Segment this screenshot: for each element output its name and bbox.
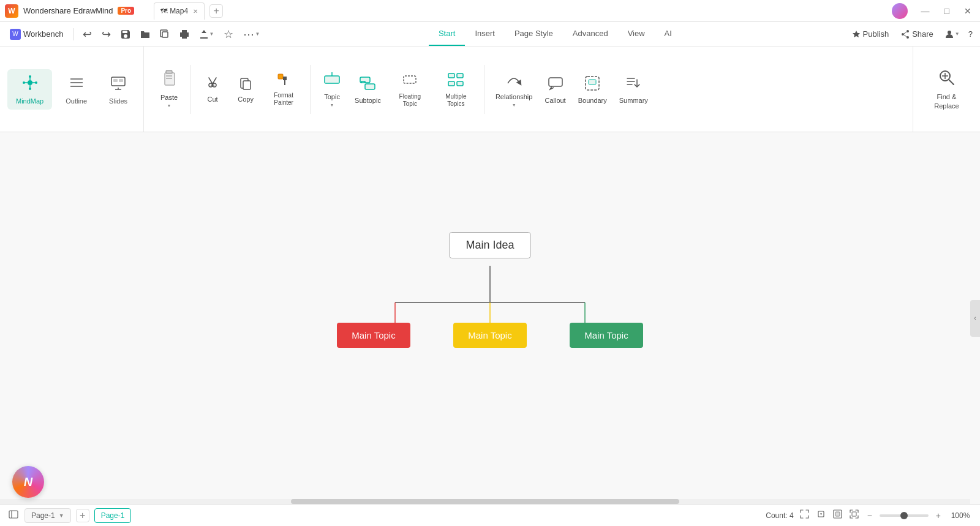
zoom-slider-thumb[interactable]	[900, 512, 908, 519]
cut-button[interactable]: Cut	[197, 72, 228, 107]
zoom-slider[interactable]	[880, 514, 929, 517]
fullscreen-button[interactable]	[848, 509, 860, 521]
tab-view[interactable]: View	[618, 23, 655, 46]
add-page-button[interactable]: +	[76, 509, 89, 522]
main-idea-label: Main Idea	[466, 239, 514, 251]
open-button[interactable]	[137, 27, 154, 42]
svg-point-13	[29, 88, 31, 90]
subtopic-button[interactable]: Subtopic	[350, 71, 386, 108]
status-right: Count: 4 − +	[766, 509, 973, 521]
ribbon-sep3	[484, 65, 484, 114]
floating-topic-button[interactable]: Floating Topic	[388, 67, 432, 111]
boundary-icon	[584, 75, 601, 94]
zoom-minus-button[interactable]: −	[865, 511, 875, 520]
publish-label: Publish	[863, 29, 889, 39]
tab-close-icon[interactable]: ✕	[193, 8, 198, 15]
tab-advanced[interactable]: Advanced	[563, 23, 618, 46]
topic-node-3[interactable]: Main Topic	[570, 323, 643, 348]
multiple-topics-button[interactable]: Multiple Topics	[434, 67, 478, 111]
new-tab-button[interactable]: +	[209, 4, 223, 18]
slides-view-button[interactable]: Slides	[100, 69, 136, 110]
topic-button[interactable]: Topic ▼	[317, 67, 347, 111]
actual-size-button[interactable]	[815, 509, 827, 521]
ribbon-view-section: MindMap Outline	[0, 47, 144, 132]
fit-content-button[interactable]	[832, 509, 843, 521]
page-active-label: Page-1	[101, 511, 125, 520]
copy-button[interactable]: Copy	[230, 72, 261, 107]
page-tab-dropdown[interactable]: Page-1 ▼	[24, 508, 71, 523]
callout-label: Callout	[545, 97, 565, 104]
page-active-tab[interactable]: Page-1	[94, 508, 132, 523]
svg-rect-55	[852, 512, 856, 516]
horizontal-scrollbar[interactable]	[0, 499, 970, 504]
undo-button[interactable]: ↩	[79, 25, 96, 43]
window-controls: — □ ✕	[918, 6, 975, 16]
copy-icon	[238, 76, 253, 93]
workbench-label: Workbench	[23, 29, 64, 39]
help-icon: ?	[968, 29, 973, 39]
mindmap-label: MindMap	[16, 97, 43, 105]
svg-rect-37	[457, 81, 463, 86]
bookmark-button[interactable]: ☆	[220, 25, 237, 43]
mindmap: Main Idea Main Topic Main Topic Main Top…	[337, 232, 643, 367]
find-replace-button[interactable]: Find & Replace	[921, 64, 973, 114]
print-button[interactable]	[176, 27, 193, 42]
svg-rect-19	[119, 79, 123, 82]
publish-button[interactable]: Publish	[847, 27, 894, 41]
svg-rect-27	[243, 81, 251, 89]
page-tab-label: Page-1	[31, 511, 55, 520]
svg-point-1	[907, 30, 909, 32]
watermark-logo[interactable]: N	[12, 466, 44, 498]
page-dropdown-icon: ▼	[59, 513, 64, 519]
tab-map4[interactable]: 🗺 Map4 ✕	[154, 2, 205, 20]
account-button[interactable]: ▼	[941, 27, 963, 42]
maximize-button[interactable]: □	[941, 6, 953, 16]
paste-label: Paste	[160, 94, 178, 101]
mindmap-view-button[interactable]: MindMap	[7, 69, 52, 110]
scrollbar-thumb[interactable]	[291, 499, 679, 504]
panel-collapse-button[interactable]: ‹	[970, 300, 980, 337]
outline-view-button[interactable]: Outline	[57, 69, 96, 110]
paste-icon	[160, 67, 178, 91]
minimize-button[interactable]: —	[918, 6, 933, 16]
summary-button[interactable]: Summary	[614, 71, 653, 108]
svg-rect-36	[448, 81, 454, 86]
avatar[interactable]	[892, 3, 908, 19]
topic-node-1[interactable]: Main Topic	[337, 323, 410, 348]
share-button[interactable]: Share	[896, 27, 938, 41]
export-button[interactable]: ▼	[195, 27, 218, 42]
svg-rect-35	[457, 73, 463, 78]
summary-label: Summary	[619, 97, 648, 104]
more-icon: ⋯	[243, 28, 254, 41]
duplicate-button[interactable]	[156, 27, 173, 42]
relationship-button[interactable]: Relationship ▼	[491, 67, 538, 111]
zoom-plus-button[interactable]: +	[933, 511, 943, 520]
help-button[interactable]: ?	[966, 27, 975, 41]
main-idea-node[interactable]: Main Idea	[449, 232, 530, 258]
redo-button[interactable]: ↪	[98, 25, 115, 43]
format-painter-button[interactable]: Format Painter	[263, 69, 304, 110]
tab-insert[interactable]: Insert	[465, 23, 505, 46]
find-replace-label: Find & Replace	[927, 92, 967, 110]
save-button[interactable]	[117, 27, 134, 42]
tab-start[interactable]: Start	[429, 23, 465, 46]
topic-label: Topic	[324, 93, 340, 100]
canvas-area[interactable]: Main Idea Main Topic Main Topic Main Top…	[0, 132, 980, 504]
svg-rect-40	[589, 80, 596, 85]
relationship-icon	[505, 71, 522, 91]
topic-node-2[interactable]: Main Topic	[453, 323, 527, 348]
more-button[interactable]: ⋯ ▼	[239, 25, 263, 43]
workbench-button[interactable]: W Workbench	[5, 26, 69, 42]
multiple-topics-icon	[447, 71, 464, 91]
callout-button[interactable]: Callout	[540, 71, 570, 108]
sidebar-toggle-button[interactable]	[7, 509, 20, 522]
app-name: Wondershare EdrawMind	[23, 6, 113, 15]
paste-button[interactable]: Paste ▼	[154, 67, 184, 111]
fit-page-button[interactable]	[799, 509, 810, 521]
tab-ai[interactable]: AI	[655, 23, 682, 46]
boundary-button[interactable]: Boundary	[573, 71, 612, 108]
topic-icon	[323, 71, 341, 91]
close-button[interactable]: ✕	[960, 6, 975, 16]
zoom-level-label: 100%	[948, 511, 973, 520]
tab-page-style[interactable]: Page Style	[505, 23, 563, 46]
